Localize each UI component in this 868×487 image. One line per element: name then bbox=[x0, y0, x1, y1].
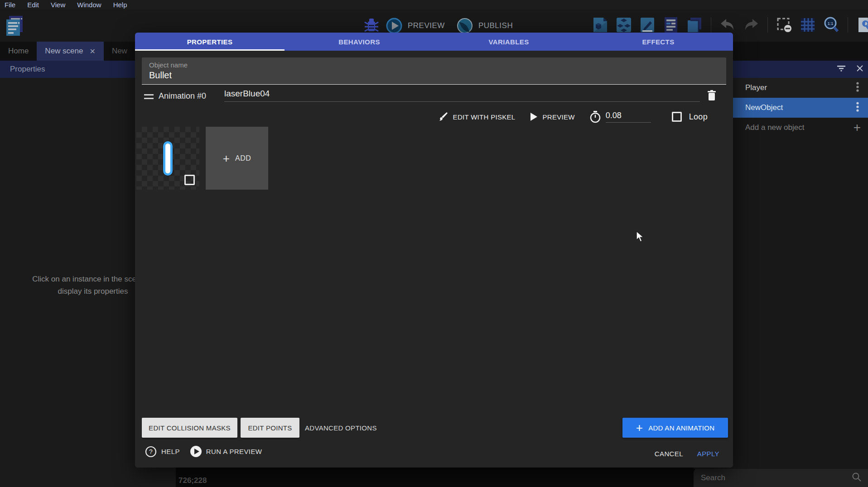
search-icon bbox=[852, 472, 862, 484]
properties-panel-title: Properties bbox=[10, 65, 45, 74]
add-an-animation-button[interactable]: + ADD AN ANIMATION bbox=[622, 418, 728, 438]
object-name-input[interactable] bbox=[149, 70, 711, 81]
tab-effects[interactable]: EFFECTS bbox=[583, 33, 733, 51]
animation-tools-row: EDIT WITH PISKEL PREVIEW bbox=[135, 108, 733, 126]
close-panel-icon[interactable] bbox=[856, 65, 863, 74]
time-between-frames-field bbox=[589, 110, 651, 123]
menu-help[interactable]: Help bbox=[113, 1, 127, 9]
timer-icon bbox=[589, 110, 601, 123]
undo-icon[interactable] bbox=[719, 15, 737, 35]
play-icon bbox=[530, 112, 538, 121]
tab-variables[interactable]: VARIABLES bbox=[434, 33, 583, 51]
animation-name-input[interactable] bbox=[224, 89, 700, 102]
scene-properties-icon[interactable] bbox=[591, 15, 609, 35]
tab-new-scene-label: New scene bbox=[45, 47, 83, 56]
frame-checkbox[interactable] bbox=[184, 175, 195, 185]
tab-next-label: New bbox=[112, 47, 127, 56]
object-name-field[interactable]: Object name bbox=[142, 57, 726, 85]
bullet-sprite-image bbox=[163, 141, 173, 176]
preview-animation-button[interactable]: PREVIEW bbox=[530, 112, 574, 121]
menu-edit[interactable]: Edit bbox=[27, 1, 39, 9]
dialog-tab-bar: PROPERTIES BEHAVIORS VARIABLES EFFECTS bbox=[135, 33, 733, 51]
dialog-action-bar: ? HELP RUN A PREVIEW CANCEL APPLY bbox=[135, 445, 733, 463]
tab-home[interactable]: Home bbox=[0, 42, 37, 61]
tab-behaviors[interactable]: BEHAVIORS bbox=[285, 33, 434, 51]
deselect-mask-icon[interactable] bbox=[775, 15, 793, 35]
loop-checkbox[interactable] bbox=[672, 112, 682, 122]
search-input[interactable] bbox=[694, 473, 843, 482]
layers-icon[interactable] bbox=[685, 15, 704, 35]
objects-list-icon[interactable] bbox=[615, 15, 633, 35]
animation-name-field bbox=[224, 89, 700, 102]
grid-icon[interactable] bbox=[799, 15, 817, 35]
toolbar-separator bbox=[767, 17, 768, 33]
animation-header-row: Animation #0 bbox=[135, 89, 733, 105]
help-icon: ? bbox=[145, 446, 157, 458]
preview-button-label[interactable]: PREVIEW bbox=[408, 21, 445, 30]
frame-thumbnail[interactable] bbox=[136, 127, 199, 190]
advanced-options-button[interactable]: ADVANCED OPTIONS bbox=[305, 418, 377, 438]
edit-points-button[interactable]: EDIT POINTS bbox=[241, 418, 299, 438]
menu-view[interactable]: View bbox=[51, 1, 65, 9]
menu-file[interactable]: File bbox=[5, 1, 15, 9]
add-frame-button[interactable]: + ADD bbox=[206, 127, 268, 190]
apply-button[interactable]: APPLY bbox=[697, 450, 719, 458]
edit-collision-masks-button[interactable]: EDIT COLLISION MASKS bbox=[142, 418, 237, 438]
edit-with-piskel-button[interactable]: EDIT WITH PISKEL bbox=[438, 111, 516, 122]
events-list-icon[interactable] bbox=[662, 15, 680, 35]
brush-icon bbox=[438, 111, 448, 122]
publish-button-label[interactable]: PUBLISH bbox=[478, 21, 513, 30]
project-manager-icon[interactable] bbox=[5, 15, 24, 37]
loop-toggle[interactable]: Loop bbox=[672, 112, 708, 122]
tab-next-partial[interactable]: New bbox=[104, 42, 135, 61]
cursor-coordinates: 726;228 bbox=[178, 476, 207, 485]
toolbar-separator bbox=[848, 17, 848, 33]
plus-icon: + bbox=[636, 423, 643, 432]
plus-icon[interactable]: + bbox=[854, 120, 861, 135]
svg-text:1:1: 1:1 bbox=[828, 21, 834, 26]
tab-home-label: Home bbox=[8, 47, 29, 56]
scene-settings-icon[interactable] bbox=[855, 15, 868, 35]
objects-search-bar bbox=[694, 469, 868, 487]
toolbar-separator bbox=[711, 17, 711, 33]
delete-animation-icon[interactable] bbox=[707, 90, 717, 103]
run-preview-icon bbox=[190, 445, 202, 458]
zoom-1-1-icon[interactable]: 1:1 bbox=[822, 15, 840, 35]
tab-properties[interactable]: PROPERTIES bbox=[135, 33, 285, 51]
frames-row: + ADD bbox=[136, 127, 268, 190]
tab-close-icon[interactable]: ✕ bbox=[89, 47, 95, 56]
add-new-object-label: Add a new object bbox=[745, 123, 804, 132]
help-button[interactable]: ? HELP bbox=[145, 446, 180, 458]
tab-new-scene[interactable]: New scene ✕ bbox=[37, 42, 104, 61]
cancel-button[interactable]: CANCEL bbox=[655, 450, 683, 458]
run-a-preview-label: RUN A PREVIEW bbox=[206, 448, 262, 455]
loop-label: Loop bbox=[689, 112, 708, 122]
kebab-menu-icon[interactable] bbox=[856, 101, 859, 115]
mouse-cursor bbox=[636, 231, 646, 243]
run-a-preview-button[interactable]: RUN A PREVIEW bbox=[190, 445, 262, 458]
gdevelop-app: File Edit View Window Help bbox=[0, 0, 868, 487]
add-an-animation-label: ADD AN ANIMATION bbox=[648, 424, 714, 432]
redo-icon[interactable] bbox=[742, 15, 760, 35]
menu-bar: File Edit View Window Help bbox=[0, 0, 868, 10]
object-name-label: Object name bbox=[149, 61, 726, 69]
plus-icon: + bbox=[223, 154, 230, 163]
add-frame-label: ADD bbox=[235, 154, 251, 162]
filter-icon[interactable] bbox=[836, 65, 846, 74]
preview-animation-label: PREVIEW bbox=[542, 113, 574, 121]
dialog-footer-buttons: EDIT COLLISION MASKS EDIT POINTS ADVANCE… bbox=[135, 418, 733, 438]
edit-scene-icon[interactable] bbox=[638, 15, 656, 35]
edit-with-piskel-label: EDIT WITH PISKEL bbox=[453, 113, 516, 121]
menu-window[interactable]: Window bbox=[77, 1, 101, 9]
svg-text:?: ? bbox=[149, 448, 153, 455]
object-row-label: NewObject bbox=[745, 103, 783, 112]
animation-title: Animation #0 bbox=[159, 91, 206, 101]
kebab-menu-icon[interactable] bbox=[856, 81, 859, 95]
drag-handle-icon[interactable] bbox=[144, 94, 154, 99]
time-between-frames-input[interactable] bbox=[606, 111, 651, 123]
object-editor-dialog: PROPERTIES BEHAVIORS VARIABLES EFFECTS O… bbox=[135, 33, 733, 468]
help-label: HELP bbox=[161, 448, 180, 455]
object-row-label: Player bbox=[745, 83, 767, 92]
